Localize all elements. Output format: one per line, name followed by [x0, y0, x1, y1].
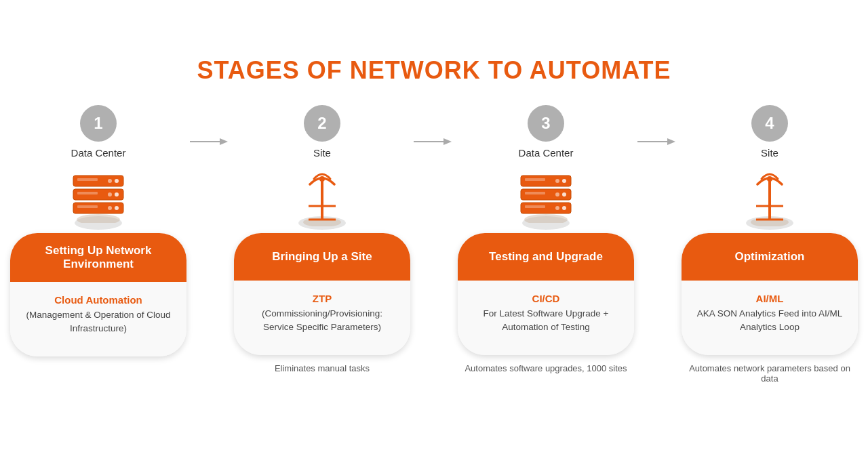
card-body-2: ZTP(Commissioning/Provisioning: Service …: [234, 281, 410, 355]
svg-point-30: [555, 179, 559, 183]
svg-marker-17: [220, 138, 228, 145]
svg-point-29: [562, 179, 566, 183]
page-container: STAGES OF NETWORK TO AUTOMATE 1Data Cent…: [27, 43, 841, 409]
step-circle-1: 1: [80, 105, 117, 142]
svg-point-40: [555, 206, 559, 210]
svg-point-35: [555, 192, 559, 197]
svg-point-49: [767, 176, 772, 182]
svg-point-3: [115, 179, 119, 183]
svg-point-9: [108, 192, 112, 197]
stage-column-1: 1Data Center Setting Up Network Environm…: [7, 105, 190, 389]
card-header-4: Optimization: [682, 233, 858, 281]
svg-point-34: [562, 192, 566, 197]
card-body-title-3: CI/CD: [471, 293, 620, 304]
stage-column-3: 3Data Center Testing and UpgradeCI/CDFor…: [454, 105, 637, 388]
card-header-1: Setting Up Network Environment: [10, 233, 186, 282]
card-body-title-4: AI/ML: [695, 293, 844, 304]
stage-card-2: Bringing Up a SiteZTP(Commissioning/Prov…: [234, 233, 410, 355]
card-body-text-2: (Commissioning/Provisioning: Service Spe…: [248, 307, 397, 335]
step-circle-2: 2: [304, 105, 340, 142]
svg-point-4: [108, 179, 112, 183]
connector-2: [414, 136, 454, 148]
card-body-text-1: (Management & Operation of Cloud Infrast…: [24, 308, 173, 336]
footer-note-2: Eliminates manual tasks: [234, 363, 410, 388]
card-header-2: Bringing Up a Site: [234, 233, 410, 281]
svg-point-8: [115, 192, 119, 197]
icon-area-1: [64, 165, 132, 226]
stage-column-2: 2Site Bringing Up a SiteZTP(Commissionin…: [231, 105, 414, 388]
svg-point-23: [319, 176, 325, 182]
card-body-3: CI/CDFor Latest Software Upgrade + Autom…: [458, 281, 634, 355]
svg-point-14: [108, 206, 112, 210]
svg-rect-41: [525, 205, 545, 208]
svg-rect-36: [525, 192, 545, 194]
footer-note-1: [10, 365, 186, 389]
svg-point-39: [562, 206, 566, 210]
svg-marker-25: [443, 138, 452, 145]
card-header-3: Testing and Upgrade: [458, 233, 634, 281]
svg-rect-31: [525, 178, 545, 181]
card-body-title-2: ZTP: [248, 293, 397, 304]
step-label-2: Site: [313, 147, 331, 159]
step-label-1: Data Center: [71, 147, 126, 159]
step-circle-4: 4: [751, 105, 788, 142]
icon-area-3: [512, 165, 580, 226]
step-label-3: Data Center: [519, 147, 574, 159]
stage-card-1: Setting Up Network EnvironmentCloud Auto…: [10, 233, 186, 356]
footer-note-3: Automates software upgrades, 1000 sites: [458, 363, 634, 388]
card-body-text-3: For Latest Software Upgrade + Automation…: [471, 307, 620, 335]
svg-point-0: [77, 214, 120, 223]
card-body-4: AI/MLAKA SON Analytics Feed into AI/ML A…: [682, 281, 858, 355]
stages-row: 1Data Center Setting Up Network Environm…: [34, 105, 834, 389]
icon-area-4: [736, 165, 804, 226]
step-circle-3: 3: [528, 105, 564, 142]
svg-rect-15: [77, 205, 98, 208]
page-title: STAGES OF NETWORK TO AUTOMATE: [34, 56, 834, 85]
footer-note-4: Automates network parameters based on da…: [682, 363, 858, 388]
svg-marker-43: [667, 138, 675, 145]
card-body-text-4: AKA SON Analytics Feed into AI/ML Analyt…: [695, 307, 844, 335]
step-label-4: Site: [761, 147, 778, 159]
stage-card-4: OptimizationAI/MLAKA SON Analytics Feed …: [682, 233, 858, 355]
stage-card-3: Testing and UpgradeCI/CDFor Latest Softw…: [458, 233, 634, 355]
connector-3: [637, 136, 678, 148]
svg-point-13: [115, 206, 119, 210]
icon-area-2: [288, 165, 356, 226]
svg-rect-5: [77, 178, 98, 181]
card-body-1: Cloud Automation(Management & Operation …: [10, 282, 186, 356]
stage-column-4: 4Site OptimizationAI/MLAKA SON Analytics…: [678, 105, 861, 388]
connector-1: [190, 136, 231, 148]
card-body-title-1: Cloud Automation: [24, 294, 173, 306]
svg-point-26: [524, 214, 568, 223]
svg-rect-10: [77, 192, 98, 194]
